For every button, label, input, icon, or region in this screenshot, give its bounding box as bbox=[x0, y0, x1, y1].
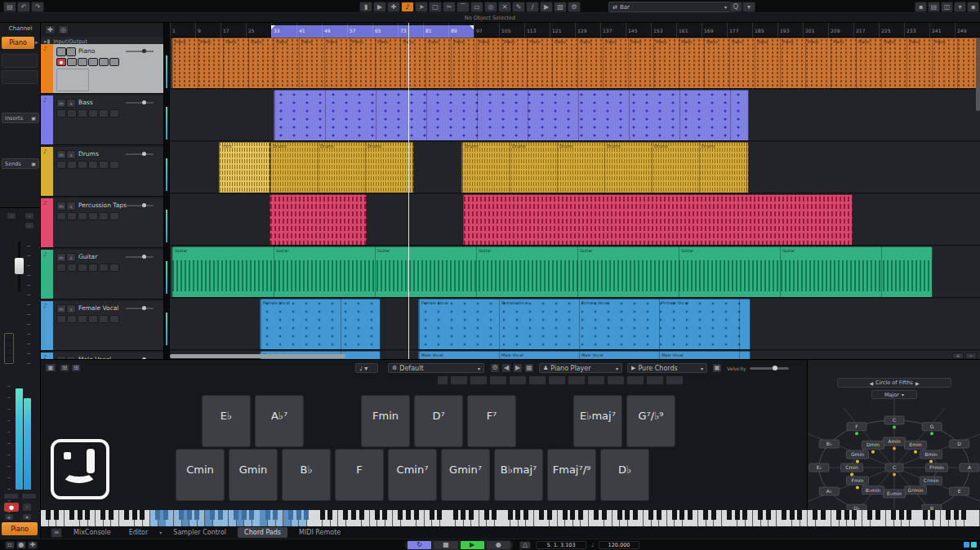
piano-key-black[interactable] bbox=[375, 510, 380, 520]
piano-key-black[interactable] bbox=[187, 510, 192, 520]
piano-key-black[interactable] bbox=[327, 510, 332, 520]
track-mini-button[interactable] bbox=[67, 58, 77, 66]
grid-type-dropdown[interactable]: ⇄Bar▾ bbox=[608, 2, 731, 12]
chord-pad-top-1[interactable]: A♭⁷ bbox=[255, 395, 304, 447]
glue-tool-icon[interactable]: ⌒ bbox=[457, 2, 470, 12]
track-mini-button[interactable] bbox=[88, 109, 98, 118]
track-volume-slider[interactable] bbox=[126, 51, 154, 52]
region-guitar[interactable]: GuitarGuitarGuitarGuitarGuitarGuitarGuit… bbox=[172, 246, 933, 298]
channel-slot-1[interactable] bbox=[2, 54, 38, 68]
circle-node[interactable]: Cmin bbox=[841, 464, 863, 477]
track-filter-button[interactable]: ◎ bbox=[58, 25, 69, 34]
piano-key-black[interactable] bbox=[946, 510, 951, 520]
circle-node[interactable]: E bbox=[950, 487, 969, 495]
piano-key-black[interactable] bbox=[296, 510, 301, 520]
piano-key-black[interactable] bbox=[867, 510, 872, 520]
track-volume-handle[interactable] bbox=[142, 100, 146, 104]
circle-node[interactable]: A bbox=[960, 464, 979, 472]
channel-slot-2[interactable] bbox=[2, 70, 38, 84]
arrow-right-icon[interactable]: ▶ bbox=[915, 380, 920, 386]
track-mini-button[interactable] bbox=[56, 161, 66, 169]
circle-node[interactable]: E♭min bbox=[884, 490, 906, 498]
piano-key-black[interactable] bbox=[320, 510, 325, 520]
rail-mini-knob-3[interactable]: ◦ bbox=[24, 222, 34, 229]
piano-key-black[interactable] bbox=[672, 510, 677, 520]
mute-button[interactable]: m bbox=[56, 253, 66, 262]
record-enable-button[interactable]: ● bbox=[4, 503, 19, 512]
chord-pad-bot-3[interactable]: F bbox=[335, 449, 384, 501]
track-mini-button[interactable] bbox=[99, 212, 109, 220]
rail-mini-knob-2[interactable]: ◦ bbox=[24, 212, 34, 220]
track-mini-button[interactable] bbox=[78, 161, 87, 169]
track-mini-button[interactable] bbox=[78, 315, 87, 323]
track-mini-button[interactable] bbox=[67, 264, 77, 272]
piano-key-black[interactable] bbox=[711, 510, 716, 520]
acoustic-feedback-icon[interactable]: ♪ bbox=[401, 2, 414, 12]
quantize-value-dropdown[interactable]: ▾ bbox=[742, 2, 755, 12]
chord-pad-bot-5[interactable]: Gmin⁷ bbox=[441, 449, 490, 501]
wrench-setup-icon[interactable]: ⚙ bbox=[568, 2, 581, 12]
piano-key-black[interactable] bbox=[85, 510, 90, 520]
circle-node[interactable]: G bbox=[922, 423, 942, 436]
track-mini-button[interactable] bbox=[88, 264, 98, 272]
piano-key-black[interactable] bbox=[109, 510, 114, 520]
track-mini-button[interactable] bbox=[78, 264, 87, 272]
mute-button[interactable]: m bbox=[56, 150, 66, 159]
automation-box[interactable] bbox=[56, 69, 89, 91]
circle-node[interactable]: C bbox=[885, 464, 903, 477]
track-mini-button[interactable] bbox=[109, 315, 119, 323]
track-mini-button[interactable] bbox=[99, 58, 109, 66]
solo-button[interactable]: s bbox=[66, 150, 76, 159]
piano-key-black[interactable] bbox=[132, 510, 137, 520]
track-mini-button[interactable] bbox=[78, 58, 87, 66]
piano-key-black[interactable] bbox=[570, 510, 575, 520]
rail-misc-button[interactable]: ▾ bbox=[22, 513, 32, 521]
piano-key-black[interactable] bbox=[515, 510, 520, 520]
monitor-button[interactable]: ◦ bbox=[22, 503, 32, 512]
piano-key-black[interactable] bbox=[679, 510, 684, 520]
chord-pad-bot-4[interactable]: Cmin⁷ bbox=[388, 449, 437, 501]
inserts-header[interactable]: Inserts ▣ bbox=[2, 113, 39, 123]
solo-button[interactable]: s bbox=[66, 304, 76, 313]
piano-key-black[interactable] bbox=[288, 510, 293, 520]
track-header-piano[interactable]: ♪msPiano● bbox=[41, 44, 164, 94]
hub-menu-icon[interactable]: ▤ bbox=[3, 2, 16, 12]
piano-key-black[interactable] bbox=[484, 510, 489, 520]
zoom-tool-icon[interactable]: ◎ bbox=[484, 2, 497, 12]
piano-key-black[interactable] bbox=[852, 510, 857, 520]
chord-pad-top-2[interactable]: Fmin bbox=[361, 395, 410, 447]
region-fvocal[interactable]: Female VocalFemale VocalFemale VocalFema… bbox=[418, 299, 751, 350]
redo-icon[interactable]: ↷ bbox=[31, 2, 44, 12]
tempo-display[interactable]: 120.000 bbox=[599, 541, 639, 549]
track-mini-button[interactable] bbox=[109, 264, 119, 272]
track-mini-button[interactable] bbox=[109, 58, 119, 66]
tab-editor[interactable]: Editor bbox=[122, 527, 155, 538]
piano-key-black[interactable] bbox=[813, 510, 817, 520]
piano-key-black[interactable] bbox=[578, 510, 583, 520]
piano-key-black[interactable] bbox=[194, 510, 199, 520]
piano-key-black[interactable] bbox=[836, 510, 841, 520]
line-tool-icon[interactable]: ∕ bbox=[526, 2, 539, 12]
chord-pad-top-5[interactable]: E♭maj⁷ bbox=[573, 395, 622, 447]
play-button[interactable]: ▶ bbox=[460, 540, 485, 550]
piano-key-black[interactable] bbox=[797, 510, 802, 520]
piano-key-black[interactable] bbox=[54, 510, 59, 520]
track-mini-button[interactable] bbox=[88, 315, 98, 323]
track-volume-handle[interactable] bbox=[142, 255, 146, 259]
piano-key-black[interactable] bbox=[249, 510, 254, 520]
piano-key-black[interactable] bbox=[766, 510, 771, 520]
region-perc[interactable] bbox=[463, 194, 853, 246]
piano-key-black[interactable] bbox=[782, 510, 786, 520]
rail-bottom-track-button[interactable]: Piano bbox=[2, 522, 38, 535]
chord-pad-top-6[interactable]: G⁷/♭⁹ bbox=[626, 395, 675, 447]
circle-node[interactable]: F bbox=[847, 423, 866, 436]
piano-key-black[interactable] bbox=[742, 510, 747, 520]
color-tool-icon[interactable]: ▧ bbox=[554, 2, 567, 12]
workspace-icon[interactable]: ▤ bbox=[928, 2, 940, 12]
circle-node[interactable]: G♯min bbox=[905, 486, 927, 495]
track-header-female-vocal[interactable]: ♪msFemale Vocal bbox=[41, 301, 164, 351]
track-header-guitar[interactable]: ♪msGuitar bbox=[41, 250, 164, 299]
piano-key-black[interactable] bbox=[821, 510, 826, 520]
piano-key-black[interactable] bbox=[930, 510, 935, 520]
track-mini-button[interactable] bbox=[67, 109, 77, 118]
